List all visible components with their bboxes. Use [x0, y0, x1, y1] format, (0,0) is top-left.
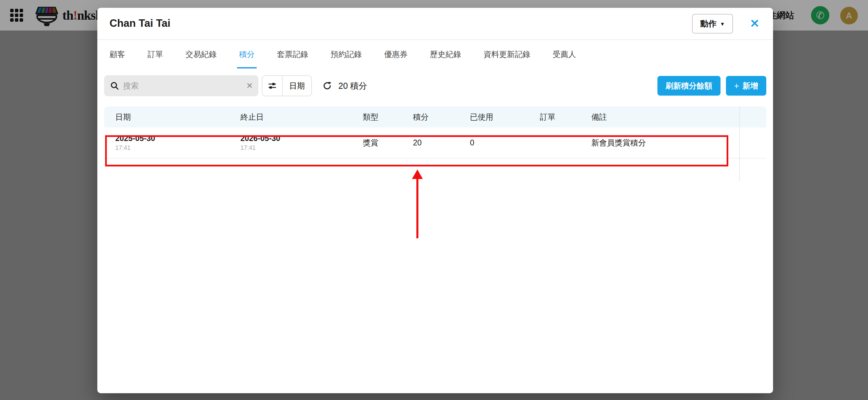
actions-label: 動作 [700, 18, 716, 29]
add-new-label: 新增 [743, 81, 758, 91]
col-header-expiry: 終止日 [240, 106, 363, 127]
modal-header: Chan Tai Tai 動作 ▼ ✕ [97, 8, 773, 40]
date-filter-button[interactable]: 日期 [283, 76, 311, 96]
tab-data-updates[interactable]: 資料更新記錄 [484, 40, 530, 68]
points-table: 日期 終止日 類型 積分 已使用 訂單 備註 2025-05-30 17:41 … [104, 106, 766, 159]
cell-points: 20 [413, 127, 470, 158]
tab-bookings[interactable]: 預約記錄 [331, 40, 362, 68]
table-row[interactable]: 2025-05-30 17:41 2026-05-30 17:41 獎賞 20 … [104, 127, 766, 159]
chevron-down-icon: ▼ [720, 21, 725, 27]
search-box[interactable]: ✕ [104, 75, 258, 96]
cell-remark: 新會員獎賞積分 [591, 127, 739, 158]
cell-type: 獎賞 [363, 127, 413, 158]
tab-points[interactable]: 積分 [239, 40, 255, 68]
col-header-date: 日期 [104, 106, 240, 127]
refresh-points-balance-button[interactable]: 刷新積分餘額 [657, 76, 721, 96]
refresh-icon[interactable] [322, 81, 332, 91]
cell-order [540, 127, 591, 158]
toolbar-actions: 刷新積分餘額 + 新增 [657, 76, 766, 96]
tab-coupons[interactable]: 優惠券 [384, 40, 408, 68]
tab-customer[interactable]: 顧客 [110, 40, 125, 68]
table-header-row: 日期 終止日 類型 積分 已使用 訂單 備註 [104, 106, 766, 127]
add-new-button[interactable]: + 新增 [726, 76, 766, 96]
tab-referees[interactable]: 受薦人 [553, 40, 576, 68]
search-icon [110, 81, 119, 90]
points-total-label: 20 積分 [338, 80, 367, 92]
col-header-actions [739, 106, 766, 127]
tab-packages[interactable]: 套票記錄 [277, 40, 308, 68]
customer-detail-modal: Chan Tai Tai 動作 ▼ ✕ 顧客 訂單 交易紀錄 積分 套票記錄 預… [97, 8, 773, 393]
customer-tabs: 顧客 訂單 交易紀錄 積分 套票記錄 預約記錄 優惠券 歷史紀錄 資料更新記錄 … [97, 40, 773, 68]
highlight-arrow-line [416, 178, 418, 238]
customer-name-title: Chan Tai Tai [110, 17, 171, 29]
actions-dropdown-button[interactable]: 動作 ▼ [692, 14, 733, 34]
filter-button-group: 日期 [262, 75, 312, 96]
close-icon[interactable]: ✕ [750, 17, 760, 31]
col-header-type: 類型 [363, 106, 413, 127]
sliders-icon [268, 81, 277, 90]
clear-search-icon[interactable]: ✕ [246, 81, 253, 91]
cell-used: 0 [470, 127, 540, 158]
actions-column-divider [739, 106, 740, 181]
points-toolbar: ✕ 日期 20 積分 刷新積分餘額 + 新增 [97, 75, 773, 96]
highlight-arrow-head [412, 169, 423, 179]
cell-date: 2025-05-30 17:41 [104, 127, 240, 158]
col-header-remark: 備註 [591, 106, 739, 127]
search-input[interactable] [123, 81, 246, 91]
tab-transactions[interactable]: 交易紀錄 [185, 40, 217, 68]
cell-expiry: 2026-05-30 17:41 [240, 127, 363, 158]
col-header-points: 積分 [413, 106, 470, 127]
cell-actions [739, 127, 766, 158]
tab-history[interactable]: 歷史紀錄 [430, 40, 461, 68]
col-header-order: 訂單 [540, 106, 591, 127]
filter-sliders-button[interactable] [262, 76, 283, 96]
plus-icon: + [734, 81, 739, 91]
col-header-used: 已使用 [470, 106, 540, 127]
tab-orders[interactable]: 訂單 [147, 40, 163, 68]
